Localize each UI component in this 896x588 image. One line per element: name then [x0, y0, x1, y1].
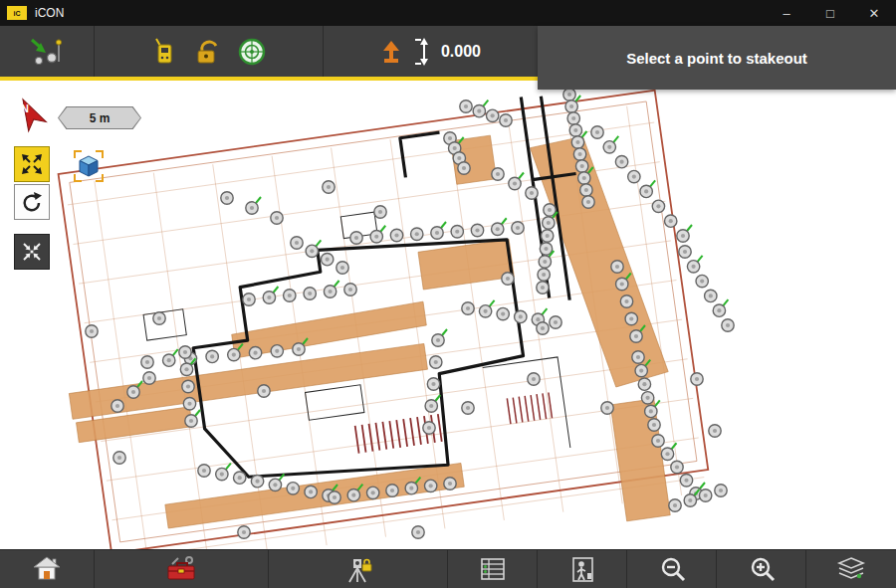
survey-point[interactable] [705, 290, 717, 301]
survey-point[interactable] [344, 284, 356, 295]
survey-point[interactable] [713, 304, 725, 316]
survey-point[interactable] [460, 100, 472, 112]
survey-point[interactable] [405, 482, 417, 493]
survey-point[interactable] [652, 200, 664, 212]
survey-point[interactable] [640, 185, 652, 197]
survey-point[interactable] [86, 325, 98, 337]
survey-point[interactable] [537, 282, 549, 294]
survey-point[interactable] [458, 162, 470, 174]
survey-point[interactable] [512, 222, 524, 234]
survey-point[interactable] [696, 275, 708, 287]
survey-point[interactable] [526, 187, 538, 199]
survey-point[interactable] [709, 425, 721, 437]
survey-point[interactable] [390, 229, 402, 241]
survey-point[interactable] [632, 351, 644, 363]
survey-point[interactable] [473, 104, 485, 116]
survey-point[interactable] [575, 160, 587, 172]
stakeout-mode-button[interactable] [0, 26, 95, 77]
survey-point[interactable] [141, 356, 153, 368]
survey-point[interactable] [509, 177, 521, 189]
survey-point[interactable] [550, 316, 561, 328]
antenna-height-button[interactable]: 0.000 [324, 26, 537, 77]
survey-point[interactable] [625, 312, 637, 324]
map-canvas[interactable]: N 5 m [0, 81, 896, 549]
survey-point[interactable] [291, 237, 303, 249]
survey-point[interactable] [228, 348, 240, 360]
survey-point[interactable] [620, 295, 632, 307]
survey-point[interactable] [305, 486, 317, 497]
survey-point[interactable] [329, 491, 340, 503]
survey-point[interactable] [206, 350, 218, 362]
survey-point[interactable] [541, 230, 553, 242]
survey-point[interactable] [601, 402, 613, 414]
survey-point[interactable] [370, 231, 382, 243]
survey-point[interactable] [430, 356, 442, 368]
survey-point[interactable] [565, 100, 577, 112]
survey-point[interactable] [679, 246, 691, 258]
survey-point[interactable] [258, 385, 270, 397]
survey-point[interactable] [563, 89, 575, 100]
survey-point[interactable] [112, 400, 123, 412]
survey-point[interactable] [462, 402, 474, 414]
survey-point[interactable] [571, 136, 583, 148]
survey-point[interactable] [591, 126, 603, 138]
survey-point[interactable] [611, 261, 623, 273]
survey-point[interactable] [263, 292, 275, 303]
survey-point[interactable] [411, 228, 423, 240]
survey-point[interactable] [216, 468, 228, 480]
survey-point[interactable] [432, 334, 444, 346]
stakeout-door-button[interactable] [538, 550, 627, 588]
survey-point[interactable] [451, 226, 463, 238]
zoom-extents-button[interactable] [14, 146, 50, 182]
survey-point[interactable] [665, 215, 677, 227]
cad-drawing[interactable] [0, 81, 896, 549]
survey-point[interactable] [567, 112, 579, 124]
survey-point[interactable] [198, 465, 210, 477]
survey-point[interactable] [497, 307, 509, 319]
close-button[interactable]: ✕ [852, 0, 896, 26]
survey-point[interactable] [271, 212, 283, 224]
survey-point[interactable] [638, 378, 650, 390]
survey-point[interactable] [324, 286, 336, 297]
survey-point[interactable] [180, 363, 192, 375]
survey-point[interactable] [284, 290, 296, 301]
survey-point[interactable] [163, 354, 175, 366]
point-table-button[interactable] [448, 550, 538, 588]
instrument-status-group[interactable] [95, 26, 324, 77]
survey-point[interactable] [645, 405, 657, 417]
survey-point[interactable] [113, 452, 125, 464]
survey-point[interactable] [502, 273, 514, 285]
survey-point[interactable] [569, 124, 581, 136]
survey-point[interactable] [183, 398, 195, 410]
survey-point[interactable] [573, 148, 585, 160]
survey-point[interactable] [238, 526, 250, 538]
survey-point[interactable] [538, 269, 550, 281]
survey-point[interactable] [431, 227, 443, 239]
survey-point[interactable] [582, 196, 594, 208]
survey-point[interactable] [616, 278, 628, 290]
survey-point[interactable] [641, 392, 653, 404]
survey-point[interactable] [684, 494, 696, 506]
survey-point[interactable] [669, 499, 681, 511]
survey-point[interactable] [722, 319, 734, 331]
survey-point[interactable] [661, 448, 673, 460]
survey-point[interactable] [492, 168, 504, 180]
survey-point[interactable] [304, 288, 316, 299]
rotate-view-button[interactable] [14, 184, 50, 220]
survey-point[interactable] [603, 141, 615, 153]
survey-point[interactable] [652, 435, 664, 447]
survey-point[interactable] [492, 223, 504, 235]
survey-point[interactable] [544, 204, 556, 216]
survey-point[interactable] [347, 489, 359, 500]
survey-point[interactable] [269, 479, 281, 490]
survey-point[interactable] [628, 170, 640, 182]
survey-point[interactable] [691, 373, 703, 385]
survey-point[interactable] [687, 261, 699, 273]
survey-point[interactable] [423, 422, 435, 434]
survey-point[interactable] [243, 294, 255, 305]
instrument-button[interactable] [269, 550, 448, 588]
survey-point[interactable] [427, 378, 439, 390]
survey-point[interactable] [306, 245, 318, 257]
survey-point[interactable] [635, 364, 647, 376]
survey-point[interactable] [444, 478, 456, 490]
